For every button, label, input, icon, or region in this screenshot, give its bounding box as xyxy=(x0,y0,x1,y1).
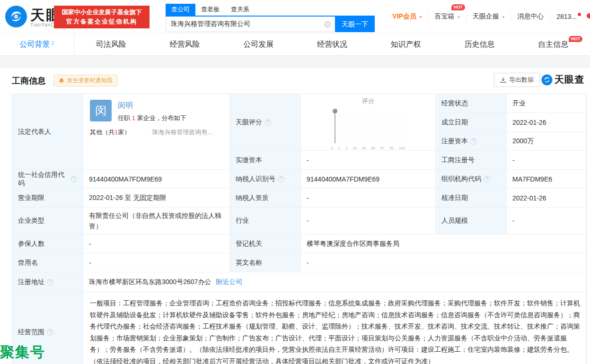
field-value-english-name: - xyxy=(301,253,587,272)
menu-vip[interactable]: VIP会员 ▾ xyxy=(386,12,428,21)
field-label-establish-date: 成立日期 xyxy=(436,113,507,132)
legal-rep-info: 闵明 任职 1 家企业，分布如下 xyxy=(118,100,186,122)
field-value-registered-capital: 2000万 xyxy=(507,132,587,151)
edge-notification-dot xyxy=(587,13,590,18)
caret-down-icon: ▾ xyxy=(458,15,460,19)
header: 天眼查 TianYanCha.com 国家中小企业发展子基金旗下 官方备案企业征… xyxy=(0,0,590,33)
legal-rep-top: 闵 闵明 任职 1 家企业，分布如下 xyxy=(90,100,223,122)
field-value-business-term: 2022-01-26 至 无固定期限 xyxy=(83,189,230,208)
field-value-registration-number: - xyxy=(507,151,587,170)
business-info-table: 法定代表人 闵 闵明 任职 1 家企业，分布如下 其他（共1家） 珠海兴格管理咨… xyxy=(12,94,587,364)
help-icon[interactable]: ? xyxy=(70,176,77,182)
tab-company-background[interactable]: 公司背景 2 xyxy=(0,34,74,55)
field-value-paid-capital: - xyxy=(301,151,436,170)
search-box: 珠海兴格管理咨询有限公司 × 天眼一下 xyxy=(166,17,375,32)
tab-operating-status[interactable]: 经营状况 xyxy=(295,34,369,55)
tianyancha-watermark-icon xyxy=(541,74,553,86)
tick: 50 xyxy=(362,146,366,150)
tick: 15 xyxy=(352,146,357,150)
tab-label: 司法风险 xyxy=(96,40,126,50)
notify-on-change-button[interactable]: 发生变更时通知我 xyxy=(53,75,117,87)
search-tab-relation[interactable]: 查关系 xyxy=(225,4,255,16)
dist-post: 家） xyxy=(118,129,130,136)
help-icon[interactable]: ? xyxy=(264,119,271,126)
tab-label: 公司背景 xyxy=(19,40,50,50)
notification-dot xyxy=(578,13,581,16)
field-value-former-name: - xyxy=(83,253,230,272)
help-icon[interactable]: ? xyxy=(47,329,53,336)
tianyancha-watermark: 天眼查 xyxy=(541,73,584,86)
menu-toolbox[interactable]: HOT 百宝箱 ▾ xyxy=(428,12,466,21)
field-value-registration-authority: 横琴粤澳深度合作区商事服务局 xyxy=(301,234,587,253)
tab-label: 经营状况 xyxy=(317,40,347,50)
tianyancha-logo-icon xyxy=(5,5,27,30)
tenure-pre: 任职 xyxy=(118,114,130,121)
distribution-company-link[interactable]: 珠海兴格管理咨询有... xyxy=(152,128,212,137)
legal-rep-name-link[interactable]: 闵明 xyxy=(118,101,186,111)
legal-rep-tenure: 任职 1 家企业，分布如下 xyxy=(118,114,186,122)
field-label-registered-address: 注册地址 ? xyxy=(12,272,83,292)
menu-enterprise-service[interactable]: 天眼企服 ▾ xyxy=(466,12,511,21)
caret-down-icon: ▾ xyxy=(420,15,422,19)
field-label-industry: 行业 xyxy=(230,208,301,234)
bell-icon xyxy=(59,78,64,84)
tab-count: 2 xyxy=(51,40,54,46)
section-title: 工商信息 xyxy=(12,75,46,87)
search-input[interactable]: 珠海兴格管理咨询有限公司 xyxy=(166,17,335,32)
menu-message-center[interactable]: 消息中心 xyxy=(511,12,550,21)
label-text: 注册地址 xyxy=(18,278,44,286)
field-value-credit-code: 91440400MA7FDM9E69 xyxy=(83,170,230,189)
watermark-brand-text: 天眼查 xyxy=(555,73,584,86)
tick: 100 xyxy=(399,146,405,150)
search-area: 查公司 查老板 查关系 珠海兴格管理咨询有限公司 × 天眼一下 xyxy=(166,4,375,32)
tab-judicial-risk[interactable]: 司法风险 xyxy=(74,34,148,55)
field-label-registration-number: 工商注册号 xyxy=(436,151,507,170)
legal-rep-avatar[interactable]: 闵 xyxy=(90,100,112,121)
tab-label: 经营风险 xyxy=(169,40,200,50)
search-button[interactable]: 天眼一下 xyxy=(335,17,375,32)
field-label-org-code: 组织机构代码 ? xyxy=(436,170,507,189)
help-icon[interactable]: ? xyxy=(470,138,477,145)
search-tab-company[interactable]: 查公司 xyxy=(166,4,195,16)
tick: 3 xyxy=(345,146,347,150)
business-info-section-head: 工商信息 发生变更时通知我 导出数据 天眼查 xyxy=(0,68,590,92)
tick: 85 xyxy=(371,146,375,150)
clear-search-icon[interactable]: × xyxy=(324,21,331,28)
tab-history-info[interactable]: 历史信息 xyxy=(443,34,517,55)
tab-operating-risk[interactable]: 经营风险 xyxy=(148,34,222,55)
legal-rep-cell: 闵 闵明 任职 1 家企业，分布如下 其他（共1家） 珠海兴格管理咨询有... xyxy=(83,94,230,170)
help-icon[interactable]: ? xyxy=(484,176,490,182)
field-label-registered-capital: 注册资本 ? xyxy=(436,132,507,151)
menu-user-account[interactable]: 2813... xyxy=(550,13,587,20)
tab-intellectual-property[interactable]: 知识产权 xyxy=(369,34,443,55)
label-text: 经营范围 xyxy=(18,328,44,337)
export-data-button[interactable]: 导出数据 xyxy=(494,73,540,87)
field-value-staff-size: - xyxy=(507,208,587,234)
search-tabs: 查公司 查老板 查关系 xyxy=(166,4,375,17)
distribution-category: 其他（共1家） xyxy=(90,128,130,137)
gov-certification-badge: 国家中小企业发展子基金旗下 官方备案企业征信机构 xyxy=(54,6,150,28)
field-value-operating-status: 开业 xyxy=(507,94,587,113)
field-label-operating-status: 经营状态 xyxy=(436,94,507,113)
tab-self-info[interactable]: 自主信息 HOT xyxy=(516,34,590,55)
tick: 0 xyxy=(331,146,333,150)
field-label-paid-capital: 实缴资本 xyxy=(230,151,301,170)
field-label-legal-rep: 法定代表人 xyxy=(12,94,83,170)
download-icon xyxy=(500,77,506,83)
nearby-companies-link[interactable]: 附近公司 xyxy=(216,278,242,286)
tab-label: 自主信息 xyxy=(538,40,568,50)
menu-enterprise-service-label: 天眼企服 xyxy=(473,12,499,20)
tenure-post: 家企业，分布如下 xyxy=(137,114,186,121)
help-icon[interactable]: ? xyxy=(278,176,284,182)
menu-message-center-label: 消息中心 xyxy=(517,12,544,20)
score-pin-marker xyxy=(333,109,337,113)
tick: 99 xyxy=(389,146,394,150)
menu-vip-label: VIP会员 xyxy=(392,12,416,20)
score-axis-ticks: 0 1 3 15 50 85 97 99 100 xyxy=(331,146,405,150)
field-value-company-type: 有限责任公司（非自然人投资或控股的法人独资） xyxy=(83,208,230,234)
search-tab-boss[interactable]: 查老板 xyxy=(195,4,225,16)
menu-toolbox-label: 百宝箱 xyxy=(434,12,454,20)
field-value-taxpayer-id: 91440400MA7FDM9E69 xyxy=(301,170,436,189)
tab-company-development[interactable]: 公司发展 xyxy=(221,34,295,55)
help-icon[interactable]: ? xyxy=(47,279,53,286)
